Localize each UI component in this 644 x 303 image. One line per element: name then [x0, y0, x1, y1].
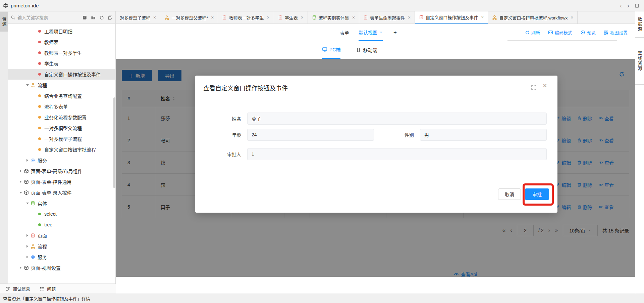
- dot-green-icon: [37, 223, 43, 226]
- tree-item[interactable]: 服务: [8, 155, 115, 166]
- cube-icon: [23, 169, 29, 174]
- tree-item[interactable]: 学生表: [8, 58, 115, 69]
- expander-icon[interactable]: [25, 203, 30, 204]
- device-tab[interactable]: PC端: [322, 41, 340, 59]
- tab-form[interactable]: 表单: [340, 24, 349, 41]
- tool-refresh[interactable]: 刷新: [525, 29, 540, 36]
- expander-icon[interactable]: [25, 256, 30, 258]
- view-header: 表单 默认视图 + 刷新 编码模式 预览 视图设置: [116, 24, 635, 41]
- document-tab[interactable]: 自定义窗口按钮审批流程.workflowx ×: [488, 11, 578, 24]
- approve-button[interactable]: 审批: [525, 188, 549, 200]
- tab-problems[interactable]: 问题: [40, 286, 56, 292]
- tree-item[interactable]: select: [8, 209, 115, 219]
- tree-item[interactable]: 服务: [8, 252, 115, 262]
- expander-icon[interactable]: [25, 245, 30, 248]
- tree-item[interactable]: 页面-表单-高级/布局组件: [8, 166, 115, 176]
- cancel-button[interactable]: 取消: [498, 188, 521, 200]
- tree-item[interactable]: 流程: [8, 241, 115, 252]
- view-selector[interactable]: 默认视图: [359, 24, 383, 41]
- tree-item[interactable]: 一对多模型子流程: [8, 133, 115, 144]
- form-icon: [419, 15, 424, 19]
- tree-item[interactable]: 结合业务查询配置: [8, 90, 115, 101]
- title-bar: primeton-ide ‹ ›: [0, 0, 644, 11]
- document-tab[interactable]: 表单生命周起事件 ×: [359, 11, 415, 24]
- close-tab-icon[interactable]: ×: [211, 15, 214, 20]
- tree-item[interactable]: 自定义窗口操作按钮及事件: [8, 69, 115, 80]
- field-gender-input[interactable]: [420, 129, 547, 141]
- rail-item-offline-resources[interactable]: 离线资源: [635, 38, 644, 85]
- field-name-label: 姓名: [207, 115, 247, 122]
- dot-orange-icon: [37, 105, 43, 108]
- expander-icon[interactable]: [25, 159, 30, 162]
- tab-debug-info[interactable]: 调试信息: [5, 286, 30, 292]
- document-tab[interactable]: 流程实例实体集 ×: [308, 11, 359, 24]
- preview-icon: [580, 30, 585, 35]
- tree-item[interactable]: 业务化流程参数配置: [8, 112, 115, 123]
- search-input[interactable]: [17, 15, 68, 20]
- database-icon: [312, 15, 317, 20]
- tree-item[interactable]: 流程: [8, 80, 115, 90]
- form-icon: [363, 15, 368, 20]
- tree-item[interactable]: 一对多模型父流程: [8, 123, 115, 133]
- nav-forward-icon[interactable]: ›: [627, 3, 629, 9]
- field-age-input[interactable]: [247, 129, 374, 141]
- collapse-panels-icon[interactable]: [108, 15, 113, 20]
- tree-item[interactable]: 页面: [8, 230, 115, 241]
- close-tab-icon[interactable]: ×: [153, 15, 156, 20]
- field-name-input[interactable]: [247, 113, 547, 125]
- close-icon[interactable]: ×: [543, 82, 547, 89]
- close-tab-icon[interactable]: ×: [481, 15, 484, 19]
- form-icon: [278, 15, 283, 20]
- tree-item[interactable]: 页面-表单-控件通用: [8, 176, 115, 187]
- expander-icon[interactable]: [18, 192, 23, 193]
- debug-icon: [5, 286, 10, 291]
- tool-preview[interactable]: 预览: [580, 29, 596, 36]
- list-icon: [40, 286, 45, 291]
- workflow-icon: [30, 244, 36, 249]
- tree-item[interactable]: 页面-表单-录入控件: [8, 187, 115, 198]
- tree-item[interactable]: 页面-视图设置: [8, 262, 115, 273]
- new-resource-icon[interactable]: [82, 15, 87, 20]
- bottom-panel-tabs: 调试信息 问题: [0, 284, 116, 294]
- tree-item[interactable]: 自定义窗口按钮审批流程: [8, 144, 115, 155]
- window-restore-icon[interactable]: [635, 3, 639, 8]
- refresh-tree-icon[interactable]: [99, 15, 104, 20]
- fullscreen-icon[interactable]: [531, 85, 537, 90]
- close-tab-icon[interactable]: ×: [571, 15, 573, 20]
- field-approver-input[interactable]: [247, 148, 547, 160]
- search-box[interactable]: [11, 15, 81, 20]
- document-tab[interactable]: 学生表 ×: [274, 11, 308, 24]
- nav-back-icon[interactable]: ‹: [620, 3, 622, 9]
- field-gender-label: 性别: [396, 131, 420, 138]
- expander-icon[interactable]: [25, 234, 30, 237]
- tool-code[interactable]: 编码模式: [548, 29, 572, 36]
- new-folder-icon[interactable]: [91, 15, 96, 20]
- tree-item[interactable]: 教师表一对多学生: [8, 47, 115, 58]
- document-tab[interactable]: 一对多模型父流程* ×: [160, 11, 218, 24]
- tree-item[interactable]: 工程项目明细: [8, 26, 115, 37]
- rail-item-resources[interactable]: 资源: [0, 12, 8, 32]
- rail-item-datasource[interactable]: 数据源: [635, 11, 644, 38]
- expander-icon[interactable]: [18, 180, 23, 183]
- close-tab-icon[interactable]: ×: [267, 15, 269, 20]
- tree-item[interactable]: 实体: [8, 198, 115, 209]
- close-tab-icon[interactable]: ×: [408, 15, 411, 20]
- sidebar-scrollbar[interactable]: [113, 97, 115, 188]
- document-tab[interactable]: 教师表一对多学生 ×: [218, 11, 274, 24]
- close-tab-icon[interactable]: ×: [352, 15, 355, 20]
- expander-icon[interactable]: [18, 170, 23, 172]
- gear-icon: [30, 158, 36, 163]
- tree-item[interactable]: tree: [8, 219, 115, 230]
- tree-item[interactable]: 教师表: [8, 37, 115, 47]
- device-tab[interactable]: 移动端: [356, 41, 377, 59]
- expander-icon[interactable]: [18, 266, 23, 269]
- document-tab[interactable]: 自定义窗口操作按钮及事件 ×: [415, 11, 488, 24]
- close-tab-icon[interactable]: ×: [301, 15, 304, 20]
- add-view-button[interactable]: +: [393, 29, 397, 36]
- field-gender: 性别: [396, 129, 547, 141]
- tree-item[interactable]: 流程多表单: [8, 101, 115, 112]
- document-tab[interactable]: 对多模型子流程 ×: [116, 11, 160, 24]
- chevron-down-icon: [379, 31, 383, 34]
- expander-icon[interactable]: [25, 84, 30, 86]
- tool-grid[interactable]: 视图设置: [604, 29, 628, 36]
